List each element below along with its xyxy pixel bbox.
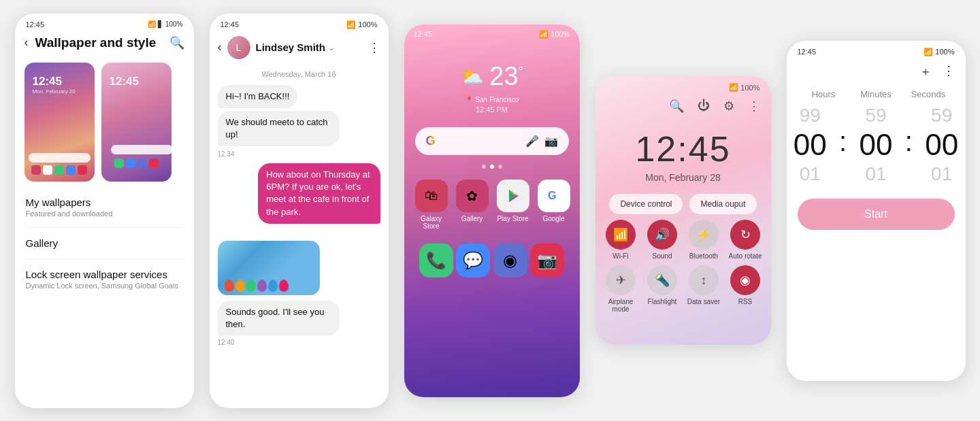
message-1: Hi~! I'm BACK!!! (218, 85, 298, 108)
settings-icon[interactable]: ⚙ (723, 99, 734, 114)
wp-apps-1 (29, 153, 91, 175)
minutes-col[interactable]: 59 00 01 (852, 105, 900, 185)
app-play-store[interactable]: Play Store (497, 180, 529, 230)
minutes-bot: 01 (865, 163, 886, 185)
app-galaxy-store[interactable]: 🛍 Galaxy Store (415, 180, 448, 230)
back-icon-2[interactable]: ‹ (218, 40, 222, 54)
status-bar-1: 12:45 📶 ▋ 100% (15, 14, 194, 31)
more-icon[interactable]: ⋮ (368, 40, 380, 55)
weather-time: 12:45 PM (404, 105, 580, 114)
quick-action-buttons: Device control Media ouput (595, 186, 771, 220)
more-timer-icon[interactable]: ⋮ (943, 63, 955, 80)
timer-col-labels: Hours Minutes Seconds (787, 84, 966, 102)
wp-time-1: 12:45 (33, 75, 62, 88)
time-2: 12:45 (220, 20, 240, 29)
dot-3[interactable] (498, 165, 502, 169)
menu-my-wallpapers[interactable]: My wallpapers Featured and downloaded (15, 187, 194, 220)
sep-1: : (836, 127, 849, 163)
wallpaper-thumb-1[interactable]: 12:45 Mon, February 20 (24, 63, 95, 182)
wallpaper-previews: 12:45 Mon, February 20 12:45 (15, 57, 194, 187)
rss-toggle-circle: ◉ (730, 265, 760, 295)
rotate-toggle-label: Auto rotate (729, 252, 762, 260)
battery-5: 100% (935, 48, 954, 56)
flash-toggle-label: Flashlight (648, 298, 677, 305)
hours-mid: 00 (794, 128, 827, 162)
seconds-mid: 00 (925, 128, 958, 162)
hours-top: 99 (800, 105, 821, 127)
msg-time-sent: 12:39 (363, 228, 380, 235)
svg-text:G: G (548, 190, 556, 201)
lens-search-icon[interactable]: 📷 (544, 135, 558, 148)
app-google[interactable]: G Google (538, 180, 570, 230)
dot-1[interactable] (482, 165, 486, 169)
balloon-image (225, 280, 289, 292)
dock-samsung[interactable]: ◉ (493, 243, 527, 277)
toggle-sound[interactable]: 🔊 Sound (645, 220, 680, 260)
page-title-1: Wallpaper and style (35, 35, 163, 50)
media-output-btn[interactable]: Media ouput (689, 194, 756, 214)
hours-col[interactable]: 99 00 01 (787, 105, 834, 185)
seconds-col[interactable]: 59 00 01 (918, 105, 966, 185)
phone-timer: 12:45 📶 100% ＋ ⋮ Hours Minutes Seconds 9… (787, 41, 966, 381)
device-control-btn[interactable]: Device control (609, 194, 683, 214)
more-icon-4[interactable]: ⋮ (748, 99, 760, 114)
add-timer-icon[interactable]: ＋ (919, 63, 932, 80)
image-message (218, 241, 320, 295)
chat-area: Hi~! I'm BACK!!! We should meeto to catc… (210, 85, 389, 347)
status-bar-5: 12:45 📶 100% (787, 41, 966, 59)
seconds-top: 59 (931, 105, 952, 127)
dot-2[interactable] (490, 165, 494, 169)
wallpaper-thumb-2[interactable]: 12:45 (101, 63, 172, 182)
message-4: Sounds good. I'll see you then. (218, 301, 340, 336)
start-timer-button[interactable]: Start (798, 199, 955, 230)
toggle-datasaver[interactable]: ↕ Data saver (687, 265, 721, 313)
rotate-toggle-circle: ↻ (730, 220, 760, 250)
minutes-label: Minutes (850, 89, 902, 99)
dock-messages[interactable]: 💬 (456, 243, 490, 277)
power-icon[interactable]: ⏻ (698, 99, 710, 114)
chevron-down-icon: ⌄ (328, 43, 335, 52)
toggle-bluetooth[interactable]: ⚡ Bluetooth (687, 220, 721, 260)
search-icon-1[interactable]: 🔍 (169, 35, 184, 50)
data-toggle-label: Data saver (687, 298, 720, 305)
flash-toggle-circle: 🔦 (647, 265, 677, 295)
dock-camera[interactable]: 📷 (530, 243, 564, 277)
wifi-icon-3: 📶 (539, 30, 549, 39)
time-picker: 99 00 01 : 59 00 01 : 59 00 01 (787, 102, 966, 188)
weather-widget: ⛅ 23° 📍 San Francisco 12:45 PM (404, 41, 580, 127)
voice-search-icon[interactable]: 🎤 (525, 135, 539, 148)
menu-lock-screen[interactable]: Lock screen wallpaper services Dynamic L… (15, 259, 194, 292)
search-icon-4[interactable]: 🔍 (669, 99, 684, 114)
toggle-autorotate[interactable]: ↻ Auto rotate (728, 220, 763, 260)
toggle-grid-row1: 📶 Wi-Fi 🔊 Sound ⚡ Bluetooth ↻ Auto rotat… (595, 220, 771, 260)
menu-gallery[interactable]: Gallery (15, 228, 194, 252)
title-bar-1: ‹ Wallpaper and style 🔍 (15, 31, 194, 57)
wifi-toggle-circle: 📶 (606, 220, 636, 250)
status-bar-3: 12:45 📶 100% (404, 24, 580, 41)
dock-phone[interactable]: 📞 (419, 243, 453, 277)
weather-location: 📍 San Francisco (404, 94, 580, 104)
toggle-rss[interactable]: ◉ RSS (728, 265, 763, 313)
battery-1: 100% (165, 20, 183, 28)
toggle-wifi[interactable]: 📶 Wi-Fi (604, 220, 638, 260)
time-1: 12:45 (26, 20, 45, 29)
search-bar[interactable]: G 🎤 📷 (415, 127, 569, 155)
back-icon-1[interactable]: ‹ (24, 35, 29, 50)
airplane-toggle-label: Airplane mode (604, 298, 638, 313)
sound-toggle-label: Sound (653, 252, 672, 260)
contact-name: Lindsey Smith (256, 41, 326, 53)
wp-time-2: 12:45 (110, 75, 139, 88)
minutes-top: 59 (865, 105, 886, 127)
toggle-airplane[interactable]: ✈ Airplane mode (604, 265, 638, 313)
phone-wallpaper-style: 12:45 📶 ▋ 100% ‹ Wallpaper and style 🔍 1… (15, 14, 194, 408)
play-store-icon (497, 180, 529, 212)
contact-name-row[interactable]: Lindsey Smith ⌄ (256, 41, 363, 53)
google-label: Google (542, 215, 564, 222)
app-gallery[interactable]: ✿ Gallery (456, 180, 489, 230)
weather-icon: ⛅ (460, 65, 484, 88)
toggle-flashlight[interactable]: 🔦 Flashlight (645, 265, 680, 313)
bt-toggle-circle: ⚡ (689, 220, 719, 250)
sep-2: : (902, 127, 915, 163)
time-5: 12:45 (798, 48, 817, 56)
time-3: 12:45 (414, 30, 433, 38)
